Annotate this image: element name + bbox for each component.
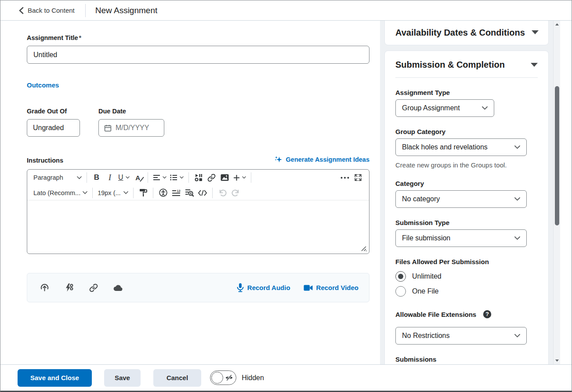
submission-completion-card: Submission & Completion Assignment Type … — [384, 51, 549, 364]
expand-icon — [354, 174, 362, 181]
word-count-button[interactable]: 123 — [170, 187, 183, 199]
extensions-help-button[interactable]: ? — [482, 309, 492, 319]
visibility-toggle[interactable] — [210, 370, 236, 385]
font-family-dropdown[interactable]: Lato (Recomm... — [32, 187, 89, 199]
outcomes-link[interactable]: Outcomes — [27, 81, 59, 89]
underline-dropdown-button[interactable]: U — [116, 171, 131, 184]
due-date-input[interactable]: M/D/YYYY — [98, 119, 164, 137]
triangle-down-icon — [532, 30, 539, 35]
accessibility-check-button[interactable] — [156, 187, 170, 199]
bullet-list-icon — [170, 174, 177, 181]
svg-text:?: ? — [485, 311, 489, 317]
radio-button-unselected[interactable] — [395, 286, 406, 297]
font-color-button[interactable]: A — [131, 171, 145, 184]
undo-button[interactable] — [216, 187, 229, 199]
paragraph-style-dropdown[interactable]: Paragraph — [32, 171, 83, 184]
scroll-up-arrow[interactable] — [555, 23, 559, 25]
attach-cloud-file-button[interactable] — [112, 281, 125, 294]
group-category-label: Group Category — [395, 128, 538, 135]
toolbar-separator — [212, 188, 213, 198]
sidebar-scrollbar[interactable] — [553, 21, 560, 364]
video-camera-icon — [304, 285, 313, 291]
attachments-bar: Record Audio Record Video — [27, 273, 369, 302]
fullscreen-button[interactable] — [351, 171, 365, 184]
visibility-state-label: Hidden — [242, 374, 264, 382]
availability-dates-card: Availability Dates & Conditions — [384, 21, 549, 45]
redo-icon — [232, 189, 240, 197]
cancel-button[interactable]: Cancel — [153, 369, 201, 387]
back-to-content-button[interactable]: Back to Content — [0, 7, 75, 14]
top-header: Back to Content New Assignment — [0, 0, 572, 21]
attach-weblink-button[interactable] — [87, 281, 100, 294]
align-dropdown-button[interactable] — [151, 171, 168, 184]
microphone-icon — [237, 283, 244, 292]
insert-stuff-button[interactable] — [192, 171, 205, 184]
toolbar-separator — [92, 188, 93, 198]
underline-letter: U — [118, 174, 123, 181]
preview-icon — [185, 189, 194, 197]
save-and-close-button[interactable]: Save and Close — [18, 369, 92, 387]
submission-type-select[interactable]: File submission — [395, 229, 527, 247]
grade-out-of-input[interactable] — [27, 119, 80, 137]
weblink-icon — [89, 283, 98, 292]
scroll-down-arrow[interactable] — [555, 359, 559, 362]
group-category-select[interactable]: Black holes and revelations — [395, 138, 527, 156]
files-allowed-label: Files Allowed Per Submission — [395, 258, 538, 265]
toolbar-separator — [188, 172, 189, 183]
toolbar-overflow-button[interactable] — [338, 171, 351, 184]
radio-one-file[interactable]: One File — [395, 286, 538, 297]
assignment-type-label: Assignment Type — [395, 89, 538, 96]
resize-handle[interactable] — [360, 245, 367, 252]
generate-assignment-ideas-button[interactable]: Generate Assignment Ideas — [274, 155, 369, 164]
file-upload-button[interactable] — [38, 281, 51, 294]
insert-link-button[interactable] — [205, 171, 218, 184]
cloud-icon — [113, 284, 123, 291]
font-size-dropdown[interactable]: 19px (... — [96, 187, 130, 199]
save-button[interactable]: Save — [104, 369, 141, 387]
preview-button[interactable] — [183, 187, 196, 199]
code-icon — [198, 190, 207, 196]
submission-collapse-button[interactable] — [531, 63, 538, 67]
radio-unlimited[interactable]: Unlimited — [395, 271, 538, 282]
right-gutter — [561, 21, 572, 364]
editor-toolbar-row-1: Paragraph B I U A — [27, 170, 369, 185]
format-painter-button[interactable] — [137, 187, 150, 199]
submission-type-value: File submission — [402, 234, 450, 242]
chevron-down-icon — [482, 106, 488, 110]
category-label: Category — [395, 180, 538, 187]
list-dropdown-button[interactable] — [168, 171, 185, 184]
bold-button[interactable]: B — [90, 171, 103, 184]
insert-image-button[interactable] — [218, 171, 232, 184]
chevron-down-icon — [83, 191, 87, 194]
toolbar-separator — [87, 172, 87, 183]
category-select[interactable]: No category — [395, 190, 527, 208]
accessibility-icon — [159, 189, 167, 197]
allowable-extensions-label: Allowable File Extensions — [395, 311, 476, 318]
header-divider — [85, 4, 86, 17]
attach-existing-activity-button[interactable] — [62, 281, 76, 294]
assignment-title-input[interactable] — [27, 46, 369, 64]
editor-toolbar-row-2: Lato (Recomm... 19px (... — [27, 185, 369, 200]
help-icon: ? — [483, 310, 492, 319]
instructions-textarea[interactable] — [27, 200, 369, 254]
extensions-select[interactable]: No Restrictions — [395, 327, 527, 345]
undo-icon — [218, 189, 227, 197]
due-date-label: Due Date — [98, 108, 164, 115]
assignment-type-select[interactable]: Group Assignment — [395, 99, 494, 117]
scrollbar-thumb[interactable] — [555, 86, 559, 225]
availability-collapse-button[interactable] — [532, 30, 539, 35]
source-code-button[interactable] — [196, 187, 209, 199]
record-video-button[interactable]: Record Video — [304, 284, 358, 291]
group-category-value: Black holes and revelations — [402, 143, 488, 151]
redo-button[interactable] — [229, 187, 242, 199]
submission-card-title: Submission & Completion — [395, 60, 505, 70]
record-audio-button[interactable]: Record Audio — [237, 283, 290, 292]
visibility-toggle-group: Hidden — [210, 370, 264, 385]
insert-more-dropdown-button[interactable] — [232, 171, 248, 184]
upload-icon — [40, 283, 49, 292]
italic-button[interactable]: I — [103, 171, 116, 184]
toolbar-separator — [153, 188, 153, 198]
extensions-value: No Restrictions — [402, 332, 449, 340]
back-label: Back to Content — [28, 7, 75, 14]
radio-button-selected[interactable] — [395, 271, 406, 282]
